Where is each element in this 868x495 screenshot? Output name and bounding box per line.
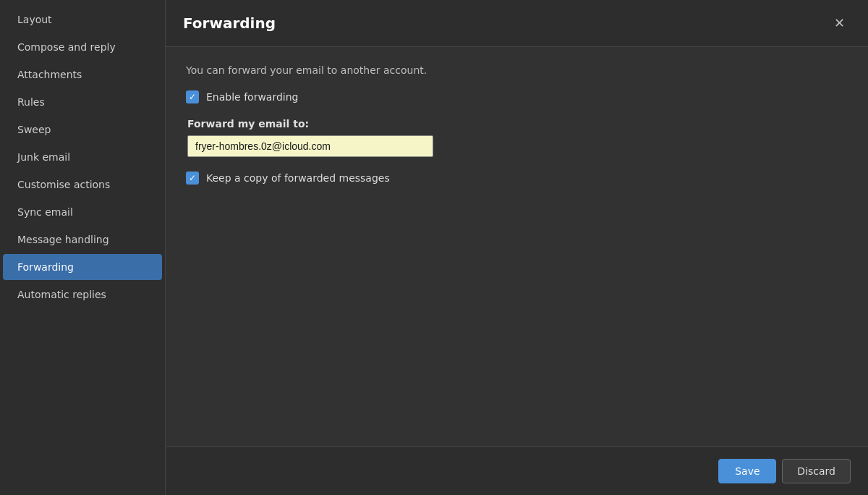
keep-copy-checkmark-icon: ✓	[189, 174, 196, 182]
sidebar-item-message-handling[interactable]: Message handling	[3, 227, 162, 253]
enable-forwarding-row: ✓ Enable forwarding	[186, 90, 848, 103]
discard-button[interactable]: Discard	[782, 459, 851, 483]
sidebar-item-compose-and-reply[interactable]: Compose and reply	[3, 34, 162, 60]
main-panel: Forwarding ✕ You can forward your email …	[166, 0, 868, 495]
save-button[interactable]: Save	[718, 459, 776, 483]
checkmark-icon: ✓	[189, 93, 196, 101]
panel-body: You can forward your email to another ac…	[166, 47, 868, 447]
description-text: You can forward your email to another ac…	[186, 64, 848, 76]
sidebar-item-customise-actions[interactable]: Customise actions	[3, 172, 162, 198]
keep-copy-row: ✓ Keep a copy of forwarded messages	[186, 172, 848, 185]
sidebar-item-attachments[interactable]: Attachments	[3, 62, 162, 88]
keep-copy-label[interactable]: Keep a copy of forwarded messages	[206, 172, 390, 184]
close-button[interactable]: ✕	[827, 12, 851, 35]
panel-header: Forwarding ✕	[166, 0, 868, 47]
sidebar-item-automatic-replies[interactable]: Automatic replies	[3, 282, 162, 308]
keep-copy-checkbox[interactable]: ✓	[186, 172, 199, 185]
sidebar-item-sync-email[interactable]: Sync email	[3, 199, 162, 225]
enable-forwarding-checkbox[interactable]: ✓	[186, 90, 199, 103]
sidebar-item-forwarding[interactable]: Forwarding	[3, 254, 162, 280]
enable-forwarding-label[interactable]: Enable forwarding	[206, 91, 298, 103]
sidebar-item-layout[interactable]: Layout	[3, 7, 162, 33]
sidebar: LayoutCompose and replyAttachmentsRulesS…	[0, 0, 165, 495]
forward-email-section: Forward my email to:	[187, 118, 848, 157]
sidebar-item-rules[interactable]: Rules	[3, 89, 162, 115]
sidebar-item-junk-email[interactable]: Junk email	[3, 144, 162, 170]
forward-email-label: Forward my email to:	[187, 118, 848, 130]
panel-title: Forwarding	[183, 14, 276, 32]
panel-footer: Save Discard	[166, 447, 868, 495]
forward-email-input[interactable]	[187, 135, 433, 157]
sidebar-item-sweep[interactable]: Sweep	[3, 117, 162, 143]
